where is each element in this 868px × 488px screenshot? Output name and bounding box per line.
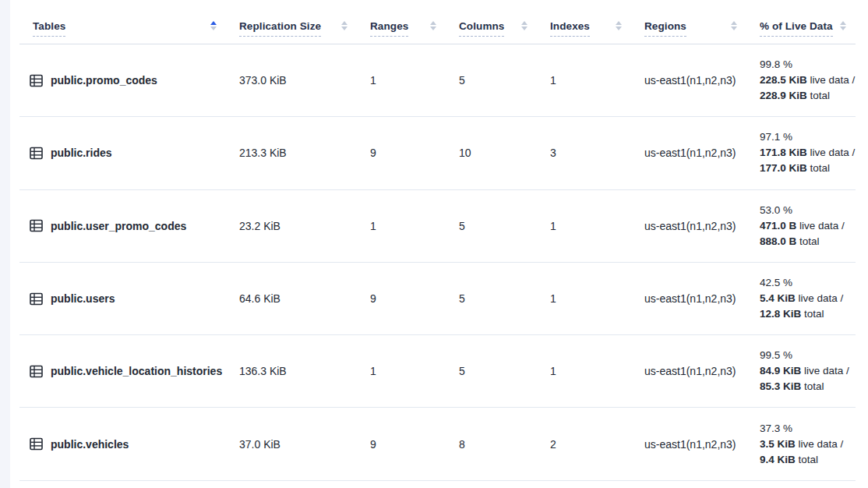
live-size-line: 171.8 KiB live data / [760, 145, 855, 161]
live-data-cell: 99.5 % 84.9 KiB live data / 85.3 KiB tot… [746, 335, 856, 407]
replication-size-cell: 213.3 KiB [226, 117, 357, 189]
page-left-gutter [0, 0, 10, 488]
columns-cell: 10 [446, 117, 537, 189]
table-header-row: Tables Replication Size Ranges Columns I… [19, 0, 856, 44]
table-name-link[interactable]: public.vehicle_location_histories [51, 365, 222, 377]
regions-cell: us-east1(n1,n2,n3) [631, 408, 746, 479]
indexes-cell: 1 [537, 263, 631, 334]
column-header-live-data[interactable]: % of Live Data [746, 0, 856, 44]
live-percent: 42.5 % [760, 275, 843, 291]
live-size-line: 471.0 B live data / [760, 218, 845, 234]
live-data-cell: 53.0 % 471.0 B live data / 888.0 B total [746, 190, 856, 262]
columns-cell: 5 [446, 263, 537, 334]
column-header-label[interactable]: Indexes [550, 20, 590, 37]
live-data-cell: 42.5 % 5.4 KiB live data / 12.8 KiB tota… [746, 263, 856, 334]
table-grid-icon [30, 292, 43, 306]
table-body: public.promo_codes 373.0 KiB 1 5 1 us-ea… [19, 44, 856, 481]
total-size-line: 85.3 KiB total [760, 379, 849, 394]
table-row[interactable]: public.promo_codes 373.0 KiB 1 5 1 us-ea… [19, 44, 856, 117]
column-header-label[interactable]: Ranges [370, 20, 408, 37]
live-size-line: 5.4 KiB live data / [760, 291, 843, 306]
table-name-link[interactable]: public.promo_codes [51, 74, 157, 87]
regions-cell: us-east1(n1,n2,n3) [631, 44, 746, 116]
live-size-line: 3.5 KiB live data / [760, 437, 843, 452]
ranges-cell: 9 [357, 117, 446, 189]
table-grid-icon [30, 219, 43, 232]
table-grid-icon [30, 74, 43, 87]
table-row[interactable]: public.user_promo_codes 23.2 KiB 1 5 1 u… [19, 190, 856, 263]
column-header-ranges[interactable]: Ranges [357, 0, 446, 44]
table-grid-icon [30, 437, 43, 451]
table-name-cell: public.user_promo_codes [19, 190, 226, 262]
ranges-cell: 9 [357, 408, 446, 479]
table-row[interactable]: public.vehicle_location_histories 136.3 … [19, 335, 856, 408]
columns-cell: 5 [446, 44, 537, 116]
table-name-cell: public.rides [19, 117, 226, 189]
indexes-cell: 1 [537, 190, 631, 262]
replication-size-cell: 23.2 KiB [226, 190, 357, 262]
sort-icon[interactable] [430, 21, 436, 30]
total-size-line: 9.4 KiB total [760, 452, 843, 468]
table-grid-icon [30, 365, 43, 378]
regions-cell: us-east1(n1,n2,n3) [631, 190, 746, 262]
total-size-line: 228.9 KiB total [760, 88, 855, 104]
column-header-columns[interactable]: Columns [446, 0, 537, 44]
live-data-cell: 37.3 % 3.5 KiB live data / 9.4 KiB total [746, 408, 856, 479]
live-percent: 37.3 % [760, 421, 843, 437]
regions-cell: us-east1(n1,n2,n3) [631, 263, 746, 334]
table-name-cell: public.vehicle_location_histories [19, 335, 226, 407]
table-name-link[interactable]: public.users [51, 292, 115, 305]
replication-size-cell: 37.0 KiB [226, 408, 357, 479]
column-header-regions[interactable]: Regions [631, 0, 746, 44]
regions-cell: us-east1(n1,n2,n3) [631, 335, 746, 407]
column-header-replication-size[interactable]: Replication Size [226, 0, 357, 44]
live-data-cell: 97.1 % 171.8 KiB live data / 177.0 KiB t… [746, 117, 856, 189]
table-row[interactable]: public.vehicles 37.0 KiB 9 8 2 us-east1(… [19, 408, 856, 480]
table-name-link[interactable]: public.rides [51, 147, 112, 159]
table-name-cell: public.users [19, 263, 226, 334]
columns-cell: 8 [446, 408, 537, 479]
live-percent: 99.5 % [760, 348, 849, 363]
total-size-line: 888.0 B total [760, 234, 845, 249]
table-name-cell: public.promo_codes [19, 44, 226, 116]
indexes-cell: 3 [537, 117, 631, 189]
table-grid-icon [30, 147, 43, 160]
sort-icon[interactable] [616, 21, 622, 30]
live-data-cell: 99.8 % 228.5 KiB live data / 228.9 KiB t… [746, 44, 856, 116]
table-name-link[interactable]: public.user_promo_codes [51, 220, 186, 232]
sort-icon[interactable] [521, 21, 528, 30]
replication-size-cell: 373.0 KiB [226, 44, 357, 116]
sort-icon[interactable] [731, 21, 737, 30]
table-name-link[interactable]: public.vehicles [51, 438, 129, 451]
live-percent: 97.1 % [760, 129, 855, 145]
table-row[interactable]: public.users 64.6 KiB 9 5 1 us-east1(n1,… [19, 263, 856, 335]
table-name-cell: public.vehicles [19, 408, 226, 479]
regions-cell: us-east1(n1,n2,n3) [631, 117, 746, 189]
live-percent: 99.8 % [760, 57, 855, 72]
columns-cell: 5 [446, 335, 537, 407]
indexes-cell: 1 [537, 335, 631, 407]
table-row[interactable]: public.rides 213.3 KiB 9 10 3 us-east1(n… [19, 117, 856, 189]
column-header-indexes[interactable]: Indexes [537, 0, 631, 44]
sort-icon[interactable] [341, 21, 348, 30]
column-header-label[interactable]: Replication Size [239, 20, 321, 37]
tables-list: Tables Replication Size Ranges Columns I… [19, 0, 856, 481]
column-header-label[interactable]: Columns [459, 20, 504, 37]
column-header-label[interactable]: % of Live Data [760, 20, 833, 37]
columns-cell: 5 [446, 190, 537, 262]
column-header-tables[interactable]: Tables [19, 0, 226, 44]
total-size-line: 12.8 KiB total [760, 306, 843, 322]
ranges-cell: 1 [357, 44, 446, 116]
indexes-cell: 1 [537, 44, 631, 116]
sort-icon[interactable] [210, 21, 217, 30]
total-size-line: 177.0 KiB total [760, 161, 855, 176]
ranges-cell: 9 [357, 263, 446, 334]
sort-icon[interactable] [840, 21, 846, 30]
replication-size-cell: 64.6 KiB [226, 263, 357, 334]
column-header-label[interactable]: Tables [33, 20, 65, 37]
ranges-cell: 1 [357, 190, 446, 262]
live-size-line: 228.5 KiB live data / [760, 72, 855, 88]
column-header-label[interactable]: Regions [644, 20, 686, 37]
live-percent: 53.0 % [760, 203, 845, 218]
indexes-cell: 2 [537, 408, 631, 479]
